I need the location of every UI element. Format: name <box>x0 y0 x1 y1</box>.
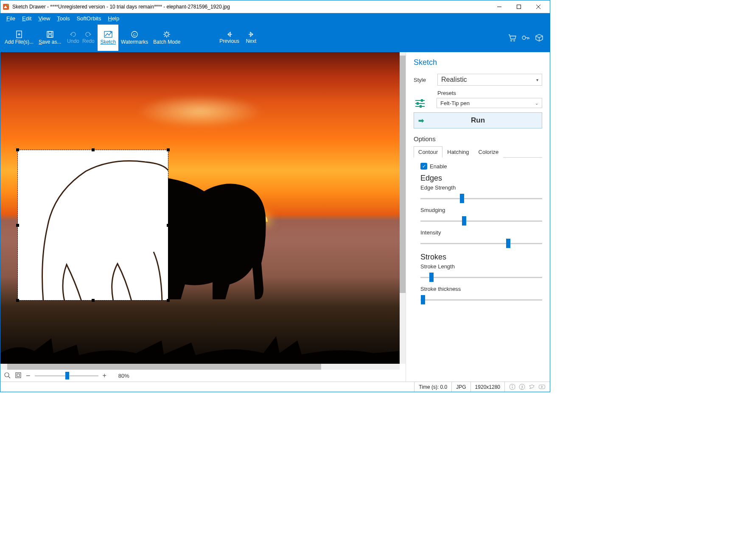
preset-select[interactable]: Felt-Tip pen⌄ <box>437 98 542 108</box>
zoom-bar: − + 80% <box>0 370 406 382</box>
style-select[interactable]: Realistic▾ <box>437 74 542 86</box>
svg-point-32 <box>5 373 9 377</box>
save-as-button[interactable]: Save as... <box>36 25 64 51</box>
edge-strength-label: Edge Strength <box>420 184 542 191</box>
previous-button[interactable]: Previous <box>217 25 242 51</box>
info-icon[interactable] <box>509 384 515 390</box>
status-format: JPG <box>451 382 470 392</box>
resize-handle[interactable] <box>167 148 170 151</box>
canvas[interactable] <box>0 52 406 364</box>
grass-silhouette <box>0 330 399 364</box>
style-label: Style <box>414 77 431 83</box>
enable-checkbox[interactable]: ✓ <box>420 163 427 170</box>
resize-handle[interactable] <box>16 224 19 227</box>
svg-rect-37 <box>421 99 423 102</box>
stroke-length-label: Stroke Length <box>420 263 542 270</box>
run-button[interactable]: ➡ Run <box>414 112 542 128</box>
selection-box[interactable] <box>17 150 168 301</box>
svg-rect-10 <box>48 31 52 33</box>
svg-rect-11 <box>48 35 52 37</box>
horizontal-scrollbar[interactable] <box>0 364 400 370</box>
svg-point-44 <box>512 385 513 386</box>
resize-handle[interactable] <box>92 148 95 151</box>
tab-hatching[interactable]: Hatching <box>442 146 473 158</box>
menu-tools[interactable]: Tools <box>53 14 73 22</box>
stroke-length-slider[interactable] <box>420 277 542 278</box>
svg-rect-3 <box>517 5 521 8</box>
minimize-button[interactable] <box>490 0 509 13</box>
add-files-button[interactable]: Add File(s)... <box>2 25 36 51</box>
presets-label: Presets <box>437 90 542 96</box>
svg-rect-34 <box>16 373 21 378</box>
menu-help[interactable]: Help <box>104 14 123 22</box>
menu-edit[interactable]: Edit <box>19 14 35 22</box>
facebook-icon[interactable] <box>519 384 525 390</box>
edge-strength-slider[interactable] <box>420 198 542 199</box>
smudging-slider[interactable] <box>420 220 542 222</box>
redo-icon <box>84 31 92 38</box>
statusbar: Time (s): 0.0 JPG 1920x1280 <box>0 382 550 392</box>
arrow-left-icon <box>226 31 233 38</box>
sketch-icon <box>104 30 113 39</box>
resize-handle[interactable] <box>92 299 95 302</box>
stroke-thickness-slider[interactable] <box>420 299 542 301</box>
options-tabs: Contour Hatching Colorize <box>414 146 542 158</box>
sketch-panel: Sketch Style Realistic▾ Presets Felt-Tip… <box>406 52 550 382</box>
youtube-icon[interactable] <box>538 384 546 390</box>
zoom-slider[interactable] <box>35 375 98 376</box>
svg-line-33 <box>8 376 10 378</box>
menu-view[interactable]: View <box>35 14 53 22</box>
twitter-icon[interactable] <box>529 384 535 390</box>
strokes-heading: Strokes <box>420 253 542 262</box>
intensity-label: Intensity <box>420 229 542 236</box>
tab-colorize[interactable]: Colorize <box>474 146 504 158</box>
menu-file[interactable]: File <box>3 14 19 22</box>
chevron-down-icon: ▾ <box>536 78 538 82</box>
redo-button: Redo <box>79 25 98 51</box>
enable-label: Enable <box>430 163 447 170</box>
window-title: Sketch Drawer - ****Unregistered version… <box>12 4 490 10</box>
watermarks-button[interactable]: C Watermarks <box>118 25 151 51</box>
svg-line-23 <box>168 32 169 33</box>
options-label: Options <box>414 135 542 142</box>
cart-icon[interactable] <box>507 33 517 42</box>
run-arrow-icon: ➡ <box>418 117 424 125</box>
resize-handle[interactable] <box>167 224 170 227</box>
svg-rect-39 <box>417 102 419 105</box>
chevron-down-icon: ⌄ <box>535 101 538 106</box>
zoom-out-icon[interactable]: − <box>26 371 31 380</box>
box-icon[interactable] <box>535 33 544 42</box>
watermark-icon: C <box>130 30 139 39</box>
vertical-scrollbar[interactable] <box>400 52 406 364</box>
intensity-slider[interactable] <box>420 243 542 244</box>
status-time: Time (s): 0.0 <box>414 382 451 392</box>
add-file-icon <box>15 30 23 39</box>
resize-handle[interactable] <box>16 299 19 302</box>
smudging-label: Smudging <box>420 207 542 213</box>
edges-heading: Edges <box>420 174 542 183</box>
arrow-right-icon <box>247 31 255 38</box>
svg-line-20 <box>165 32 165 33</box>
zoom-fit-icon[interactable] <box>15 372 22 380</box>
menu-softorbits[interactable]: SoftOrbits <box>73 14 105 22</box>
key-icon[interactable] <box>521 33 530 42</box>
titlebar: Sketch Drawer - ****Unregistered version… <box>0 0 550 13</box>
zoom-actual-icon[interactable] <box>4 372 11 380</box>
gear-icon <box>162 30 171 39</box>
close-button[interactable] <box>529 0 548 13</box>
maximize-button[interactable] <box>509 0 529 13</box>
svg-text:C: C <box>133 33 136 37</box>
sliders-icon[interactable] <box>414 98 426 108</box>
panel-title: Sketch <box>414 58 542 67</box>
tab-contour[interactable]: Contour <box>414 146 442 158</box>
sketch-button[interactable]: Sketch <box>98 25 118 51</box>
batch-mode-button[interactable]: Batch Mode <box>151 25 183 51</box>
save-icon <box>46 30 54 39</box>
next-button[interactable]: Next <box>242 25 260 51</box>
undo-icon <box>69 31 77 38</box>
resize-handle[interactable] <box>167 299 170 302</box>
zoom-in-icon[interactable]: + <box>103 372 106 379</box>
resize-handle[interactable] <box>16 148 19 151</box>
zoom-percent: 80% <box>118 373 129 379</box>
menubar: File Edit View Tools SoftOrbits Help <box>0 13 550 23</box>
